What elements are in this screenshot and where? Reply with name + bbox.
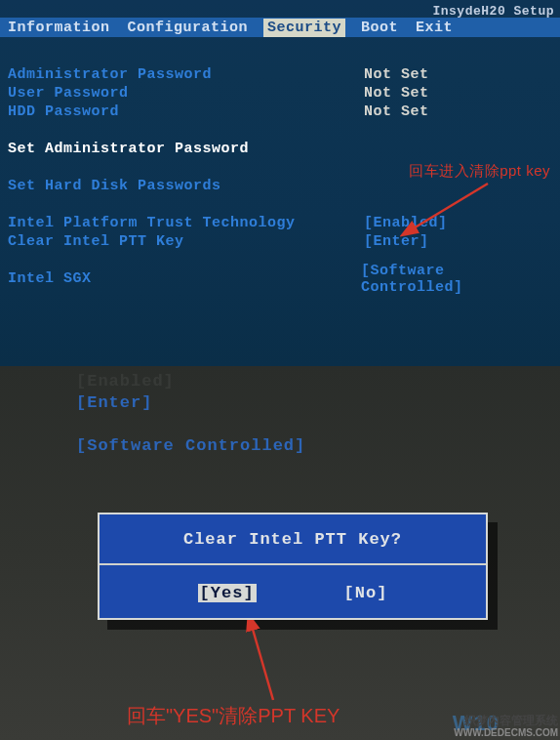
annotation-bottom-text: 回车"YES"清除PPT KEY [127,703,340,729]
row-set-admin-password[interactable]: Set Administrator Password [8,140,554,158]
dialog-options: [Yes] [No] [100,565,486,620]
dialog-title: Clear Intel PTT Key? [183,530,402,549]
dedecms-watermark: 织梦内容管理系统 WWW.DEDECMS.COM [454,715,558,738]
dialog-no-button[interactable]: [No] [344,584,388,602]
intel-sgx-value: [Software Controlled] [361,263,554,296]
tab-boot[interactable]: Boot [359,19,400,37]
software-controlled-text: [Software Controlled] [76,436,305,455]
row-intel-sgx[interactable]: Intel SGX [Software Controlled] [8,269,554,288]
hdd-password-value: Not Set [364,103,429,120]
set-hdd-passwords-label: Set Hard Disk Passwords [8,178,364,194]
svg-line-1 [252,626,273,700]
admin-password-value: Not Set [364,66,429,83]
ghost-enabled-text: [Enabled] [76,372,175,391]
row-intel-ptt[interactable]: Intel Platform Trust Technology [Enabled… [8,214,554,232]
row-admin-password: Administrator Password Not Set [8,65,554,84]
clear-ptt-key-value: [Enter] [364,233,429,250]
user-password-value: Not Set [364,85,429,102]
row-clear-ptt-key[interactable]: Clear Intel PTT Key [Enter] [8,232,554,251]
tab-information[interactable]: Information [6,19,112,37]
watermark-cn: 织梦内容管理系统 [454,715,558,727]
tab-security[interactable]: Security [263,19,345,37]
admin-password-label: Administrator Password [8,66,364,83]
tab-exit[interactable]: Exit [414,19,455,37]
row-hdd-password: HDD Password Not Set [8,103,554,121]
clear-ptt-key-label: Clear Intel PTT Key [8,233,364,250]
intel-ptt-label: Intel Platform Trust Technology [8,215,364,231]
enter-text: [Enter] [76,393,152,412]
hdd-password-label: HDD Password [8,103,364,120]
tab-configuration[interactable]: Configuration [126,19,251,37]
dialog-title-row: Clear Intel PTT Key? [100,514,486,565]
bios-dialog-screen: [Enabled] [Enter] [Software Controlled] … [0,366,560,740]
annotation-bottom-arrow-icon [234,620,293,708]
row-user-password: User Password Not Set [8,84,554,103]
dialog-yes-button[interactable]: [Yes] [198,584,257,602]
confirm-dialog: Clear Intel PTT Key? [Yes] [No] [98,513,488,620]
intel-ptt-value: [Enabled] [364,215,448,231]
annotation-top-text: 回车进入清除ppt key [409,162,550,181]
set-admin-password-label: Set Administrator Password [8,141,364,157]
intel-sgx-label: Intel SGX [8,270,361,287]
bios-setup-title: InsydeH20 Setup [432,4,554,19]
bios-security-screen: InsydeH20 Setup Information Configuratio… [0,0,560,366]
watermark-url: WWW.DEDECMS.COM [454,727,558,738]
bios-tabbar: Information Configuration Security Boot … [0,18,560,37]
user-password-label: User Password [8,85,364,102]
